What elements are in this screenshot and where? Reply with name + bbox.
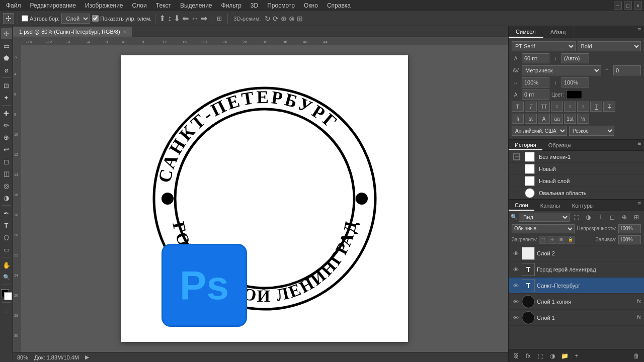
fg-bg-colors[interactable] [1, 289, 12, 300]
blend-mode-select[interactable]: Обычные [512, 224, 575, 233]
font-family-select[interactable]: PT Serif [512, 41, 576, 51]
scale-h-input[interactable] [522, 77, 549, 87]
stamp-tool[interactable]: ⊕ [1, 132, 12, 143]
allcaps-btn[interactable]: TT [538, 102, 550, 112]
language-select[interactable]: Английский: США [512, 126, 567, 136]
layer-3-visibility[interactable]: 👁 [512, 298, 520, 306]
aa2-btn[interactable]: aa [551, 114, 563, 124]
underline-btn[interactable]: T [590, 102, 602, 112]
canvas-container[interactable]: САНКТ-ПЕТЕРБУРГ ГОРОД ГЕРОЙ ЛЕНИНГРАД [21, 45, 508, 352]
layer-kind-text-btn[interactable]: T [595, 212, 606, 222]
distribute-icon[interactable]: ⊞ [215, 15, 224, 22]
path-tool[interactable]: ⬡ [1, 232, 12, 243]
new-adjustment-btn[interactable]: ◑ [547, 350, 558, 361]
lock-pixel-btn[interactable]: ⬚ [539, 236, 547, 244]
strikethrough-btn[interactable]: T [603, 102, 615, 112]
layer-2-visibility[interactable]: 👁 [512, 282, 520, 290]
tab-samples[interactable]: Образцы [542, 140, 578, 150]
lock-all-btn[interactable]: 🔒 [567, 236, 575, 244]
quick-mask-tool[interactable]: ⬚ [1, 305, 12, 316]
layer-item-3[interactable]: 👁 Слой 1 копия fx [509, 294, 644, 310]
lock-position-btn[interactable]: ✢ [548, 236, 556, 244]
st-btn[interactable]: st [525, 114, 537, 124]
color-swatch[interactable] [566, 90, 582, 99]
menu-text[interactable]: Текст [152, 1, 175, 10]
menu-window[interactable]: Окно [300, 1, 322, 10]
3d-roll-icon[interactable]: ⟳ [273, 15, 279, 23]
tab-contours[interactable]: Контуры [566, 200, 600, 211]
menu-filter[interactable]: Фильтр [217, 1, 246, 10]
layer-filter-toggle[interactable]: ⊞ [631, 212, 642, 222]
layer-kind-adjust-btn[interactable]: ◑ [583, 212, 594, 222]
tab-close-btn[interactable]: × [123, 29, 126, 35]
menu-help[interactable]: Справка [323, 1, 355, 10]
layer-item-0[interactable]: 👁 Слой 2 [509, 245, 644, 261]
baseline-input[interactable] [522, 89, 549, 100]
align-right-icon[interactable]: ➡ [201, 14, 207, 23]
3d-slide-icon[interactable]: ⊗ [289, 15, 295, 23]
layer-item-2[interactable]: 👁 T Санкт-Петербург [509, 278, 644, 294]
opacity-input[interactable] [618, 224, 641, 233]
bold-btn[interactable]: T [512, 102, 524, 112]
auto-select-checkbox[interactable] [22, 15, 28, 22]
layer-select[interactable]: Слой [61, 14, 90, 24]
move-tool[interactable]: ✢ [1, 28, 12, 39]
history-item-0[interactable]: Без имени-1 [509, 151, 644, 163]
layer-0-visibility[interactable]: 👁 [512, 249, 520, 257]
scale-v-input[interactable] [561, 77, 589, 87]
lock-artboard-btn[interactable]: ⊞ [557, 236, 566, 244]
tab-channels[interactable]: Каналы [534, 200, 566, 211]
italic-btn[interactable]: T [525, 102, 537, 112]
layer-kind-pixel-btn[interactable]: ⬚ [571, 212, 582, 222]
eyedropper-tool[interactable]: ✦ [1, 92, 12, 103]
marquee-tool[interactable]: ▭ [1, 40, 12, 51]
superscript-btn[interactable]: T [564, 102, 576, 112]
font-size-input[interactable] [522, 53, 549, 63]
tab-layers[interactable]: Слои [509, 200, 534, 211]
gradient-tool[interactable]: ◫ [1, 168, 12, 179]
layer-item-1[interactable]: 👁 T Город герой ленинград [509, 261, 644, 278]
3d-pan-icon[interactable]: ⊕ [281, 15, 287, 23]
history-brush-tool[interactable]: ↩ [1, 144, 12, 155]
hand-tool[interactable]: ✋ [1, 259, 12, 270]
align-center-h-icon[interactable]: ↔ [191, 14, 199, 23]
panel-expand-btn[interactable]: ≡ [634, 26, 644, 38]
align-top-icon[interactable]: ⬆ [159, 14, 166, 23]
restore-btn[interactable]: □ [624, 2, 632, 10]
align-left-icon[interactable]: ⬅ [182, 14, 189, 23]
align-bottom-icon[interactable]: ⬇ [174, 14, 180, 23]
minimize-btn[interactable]: − [614, 2, 622, 10]
layer-1-visibility[interactable]: 👁 [512, 265, 520, 274]
menu-layers[interactable]: Слои [128, 1, 151, 10]
3d-scale-icon[interactable]: ⊞ [297, 15, 303, 23]
document-tab[interactable]: 1.psd @ 80% (Санкт-Петербург, RGB/8) × [13, 27, 132, 37]
pen-tool[interactable]: ✒ [1, 208, 12, 219]
align-center-v-icon[interactable]: ↕ [168, 14, 172, 23]
eraser-tool[interactable]: ◻ [1, 156, 12, 167]
background-color[interactable] [4, 292, 12, 300]
text-tool[interactable]: T [1, 220, 12, 231]
layer-kind-shape-btn[interactable]: ◻ [607, 212, 618, 222]
history-item-2[interactable]: Новый слой [509, 175, 644, 187]
3d-rotate-label[interactable]: 3D-режим: [231, 16, 263, 22]
menu-image[interactable]: Изображение [81, 1, 127, 10]
move-tool-icon[interactable]: ✢ [3, 13, 14, 24]
tracking-input[interactable] [613, 65, 641, 75]
history-item-1[interactable]: Новый [509, 163, 644, 175]
new-group-btn[interactable]: 📁 [559, 350, 570, 361]
tab-history[interactable]: История [509, 140, 542, 150]
menu-select[interactable]: Выделение [176, 1, 216, 10]
lasso-tool[interactable]: ⬟ [1, 52, 12, 63]
show-controls-checkbox[interactable] [92, 15, 99, 22]
healing-tool[interactable]: ✚ [1, 108, 12, 119]
dodge-tool[interactable]: ◑ [1, 192, 12, 203]
history-expand-btn[interactable]: ≡ [634, 140, 644, 150]
layer-kind-select[interactable]: Вид [519, 213, 570, 222]
brush-tool[interactable]: ✏ [1, 120, 12, 131]
menu-file[interactable]: Файл [2, 1, 25, 10]
tab-paragraph[interactable]: Абзац [543, 26, 574, 38]
sharp-select[interactable]: Резкое [569, 126, 614, 136]
link-layers-btn[interactable]: ⛓ [511, 350, 522, 361]
blur-tool[interactable]: ◎ [1, 180, 12, 191]
fi-btn[interactable]: fi [512, 114, 524, 124]
